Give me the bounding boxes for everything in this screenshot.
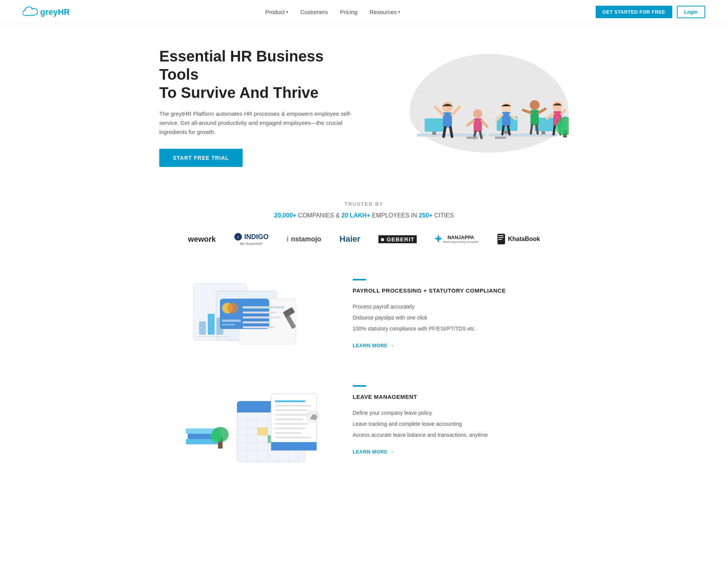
logo-wework: wework	[188, 235, 216, 244]
payroll-svg	[178, 276, 322, 352]
svg-rect-1	[489, 134, 557, 137]
logo-indigo: i INDIGO Be Surprised!	[234, 233, 268, 246]
logo-instamojo: instamojo	[287, 235, 321, 243]
svg-line-17	[482, 121, 487, 127]
svg-rect-65	[243, 326, 275, 328]
start-trial-button[interactable]: START FREE TRIAL	[159, 149, 243, 167]
trusted-stats: 20,000+ COMPANIES & 20 LAKH+ EMPLOYEES I…	[23, 212, 705, 219]
navbar: greyHR Product Customers Pricing Resourc…	[0, 0, 728, 24]
instamojo-i: i	[287, 235, 289, 243]
nav-pricing[interactable]: Pricing	[340, 9, 358, 15]
nav-product[interactable]: Product	[265, 9, 288, 15]
svg-line-28	[523, 110, 530, 113]
svg-line-25	[508, 126, 510, 134]
nanjappa-label: NANJAPPA	[443, 235, 478, 240]
svg-point-58	[228, 303, 238, 313]
payroll-accent	[353, 279, 366, 280]
leave-svg	[178, 382, 322, 466]
svg-rect-92	[275, 405, 311, 406]
svg-rect-91	[275, 400, 305, 402]
svg-rect-97	[275, 428, 305, 429]
hero-content: Essential HR Business Tools To Survive A…	[159, 47, 356, 167]
svg-line-10	[435, 107, 443, 115]
leave-content: LEAVE MANAGEMENT Define your company lea…	[353, 385, 550, 455]
cities-text: CITIES	[434, 212, 454, 219]
svg-rect-7	[541, 131, 545, 134]
trusted-label: TRUSTED BY	[23, 201, 705, 207]
wework-label: wework	[188, 235, 216, 244]
leave-feature: LEAVE MANAGEMENT Define your company lea…	[178, 382, 550, 458]
svg-rect-61	[243, 306, 284, 309]
payroll-learn-more[interactable]: LEARN MORE →	[353, 343, 394, 348]
hero-title: Essential HR Business Tools To Survive A…	[159, 47, 356, 102]
leave-item-2: Leave tracking and complete leave accoun…	[353, 419, 550, 430]
login-button[interactable]: Login	[677, 6, 705, 18]
logo-nanjappa: ✚ NANJAPPA Multi-Speciality Hospital	[435, 234, 478, 244]
indigo-label: INDIGO	[244, 233, 268, 241]
svg-rect-2	[425, 118, 444, 132]
cities-number: 250+	[419, 212, 433, 219]
svg-rect-59	[222, 320, 241, 322]
indigo-icon: i	[234, 233, 242, 241]
payroll-item-1: Process payroll accurately	[353, 301, 550, 312]
leave-accent	[353, 385, 366, 387]
svg-point-32	[552, 101, 562, 111]
leave-title: LEAVE MANAGEMENT	[353, 393, 550, 401]
companies-text: COMPANIES &	[298, 212, 340, 219]
svg-line-19	[480, 132, 482, 138]
get-started-button[interactable]: GET STARTED FOR FREE	[596, 6, 672, 18]
trusted-section: TRUSTED BY 20,000+ COMPANIES & 20 LAKH+ …	[0, 182, 728, 261]
khatabook-label: KhataBook	[508, 236, 540, 242]
svg-line-16	[468, 121, 474, 125]
indigo-subtitle: Be Surprised!	[240, 242, 262, 246]
svg-rect-93	[275, 409, 307, 411]
svg-text:i: i	[238, 235, 239, 239]
logo-geberit: ■ GEBERIT	[378, 235, 417, 243]
nav-customers[interactable]: Customers	[300, 9, 328, 15]
svg-rect-98	[275, 432, 301, 434]
svg-rect-99	[275, 437, 311, 438]
logo[interactable]: greyHR	[23, 6, 70, 18]
svg-rect-88	[257, 428, 268, 435]
logo-haier: Haier	[339, 234, 360, 244]
svg-rect-21	[502, 112, 510, 126]
svg-line-35	[562, 110, 565, 114]
logo-icon	[23, 6, 38, 18]
payroll-item-3: 100% statutory compliance with PF/ESI/PT…	[353, 323, 550, 334]
svg-rect-63	[243, 316, 281, 318]
logo-text: greyHR	[40, 7, 70, 17]
payroll-list: Process payroll accurately Disburse pays…	[353, 301, 550, 334]
svg-rect-48	[498, 239, 502, 240]
leave-list: Define your company leave policy Leave t…	[353, 408, 550, 441]
hero-illustration	[406, 69, 569, 160]
svg-rect-3	[432, 132, 436, 135]
leave-image	[178, 382, 322, 458]
leave-item-3: Access accurate leave balance and transa…	[353, 430, 550, 441]
payroll-title: PAYROLL PROCESSING + STATUTORY COMPLIANC…	[353, 286, 550, 294]
leave-learn-more[interactable]: LEARN MORE →	[353, 449, 394, 455]
svg-rect-41	[466, 137, 478, 139]
svg-line-11	[452, 107, 460, 115]
svg-line-29	[539, 109, 545, 113]
svg-line-36	[554, 126, 555, 134]
companies-number: 20,000+	[274, 212, 296, 219]
svg-rect-47	[498, 237, 504, 238]
svg-point-26	[530, 100, 540, 110]
payroll-content: PAYROLL PROCESSING + STATUTORY COMPLIANC…	[353, 279, 550, 349]
svg-line-24	[502, 126, 504, 134]
logo-khatabook: KhataBook	[497, 234, 540, 244]
svg-line-13	[450, 128, 452, 137]
svg-rect-52	[199, 321, 206, 335]
svg-rect-5	[504, 131, 508, 134]
nav-resources[interactable]: Resources	[370, 9, 400, 15]
svg-rect-42	[495, 137, 506, 139]
svg-point-20	[501, 102, 511, 112]
svg-point-73	[210, 430, 222, 442]
payroll-feature: PAYROLL PROCESSING + STATUTORY COMPLIANC…	[178, 276, 550, 352]
nav-links: Product Customers Pricing Resources	[265, 9, 400, 15]
khatabook-icon	[497, 234, 506, 244]
payroll-item-2: Disburse payslips with one click	[353, 312, 550, 323]
hero-section: Essential HR Business Tools To Survive A…	[0, 24, 728, 182]
leave-item-1: Define your company leave policy	[353, 408, 550, 419]
svg-line-12	[444, 128, 445, 137]
